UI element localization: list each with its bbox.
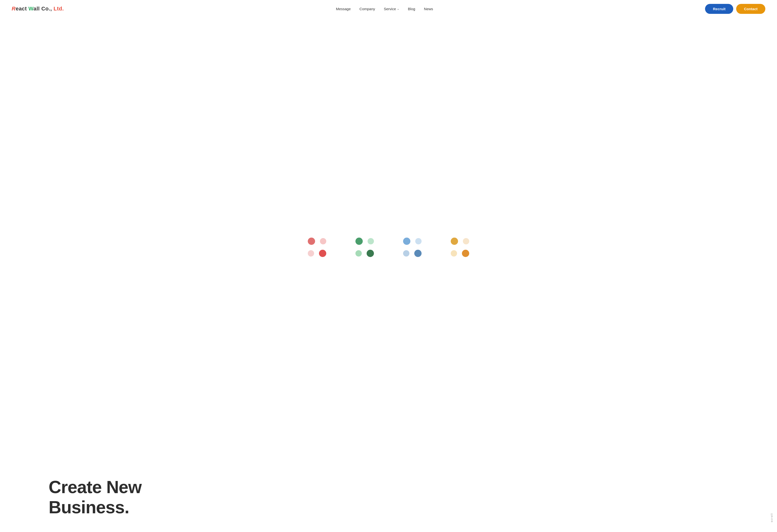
- dot-row: [451, 250, 469, 257]
- dot: [462, 250, 469, 257]
- header: React Wall Co., Ltd. Message Company Ser…: [0, 0, 777, 17]
- hero-line2: Business.: [48, 498, 129, 517]
- dot: [355, 238, 363, 245]
- nav-news[interactable]: News: [424, 7, 433, 11]
- hero-heading: Create New Business.: [48, 477, 765, 517]
- header-buttons: Recruit Contact: [705, 4, 765, 14]
- dot-row: [355, 238, 374, 245]
- dot: [463, 238, 469, 244]
- dot: [355, 250, 362, 257]
- dot-row: [403, 238, 422, 245]
- logo-r: R: [12, 6, 16, 12]
- recruit-button[interactable]: Recruit: [705, 4, 733, 14]
- dot: [403, 250, 410, 257]
- contact-button[interactable]: Contact: [736, 4, 765, 14]
- dot-row: [403, 250, 422, 257]
- dot: [414, 250, 422, 257]
- dots-grid: [308, 238, 469, 257]
- dot: [308, 238, 315, 245]
- chevron-down-icon: ⌄: [397, 7, 399, 10]
- dot: [308, 250, 314, 257]
- logo-eact: eact: [16, 6, 28, 12]
- dot: [367, 238, 374, 244]
- nav-service[interactable]: Service ⌄: [384, 7, 399, 11]
- scroll-indicator: scroll: [770, 513, 773, 522]
- logo-w: W: [28, 6, 33, 12]
- nav-message[interactable]: Message: [336, 7, 351, 11]
- dot-group-pink: [308, 238, 326, 257]
- dot: [451, 250, 457, 257]
- dot-group-orange: [451, 238, 469, 257]
- dot: [367, 250, 374, 257]
- logo: React Wall Co., Ltd.: [12, 6, 64, 12]
- logo-ltd: Ltd.: [53, 6, 64, 12]
- dot: [320, 238, 326, 244]
- dot-group-blue: [403, 238, 422, 257]
- dot-row: [308, 238, 326, 245]
- dot: [319, 250, 326, 257]
- dot-row: [355, 250, 374, 257]
- nav-blog[interactable]: Blog: [408, 7, 415, 11]
- dots-section: [0, 17, 777, 468]
- logo-all: all: [33, 6, 41, 12]
- nav-company[interactable]: Company: [359, 7, 375, 11]
- dot: [415, 238, 422, 244]
- dot-row: [451, 238, 469, 245]
- hero-line1: Create New: [48, 477, 141, 497]
- main-content: Create New Business.: [0, 17, 777, 532]
- logo-co: Co.,: [41, 6, 53, 12]
- dot-row: [308, 250, 326, 257]
- dot: [403, 238, 410, 245]
- hero-text: Create New Business.: [0, 468, 777, 532]
- dot: [451, 238, 458, 245]
- dot-group-green: [355, 238, 374, 257]
- main-nav: Message Company Service ⌄ Blog News: [336, 7, 433, 11]
